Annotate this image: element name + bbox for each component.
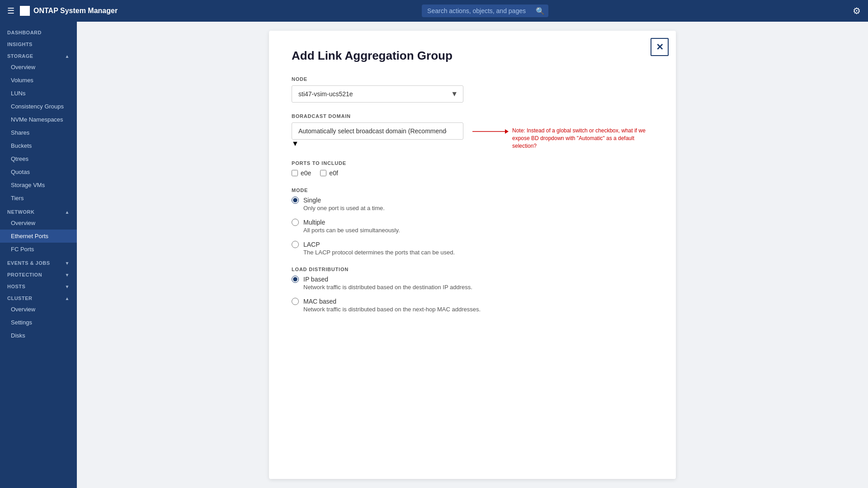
- bd-select-wrapper: Automatically select broadcast domain (R…: [292, 122, 463, 148]
- annotation-arrow: [472, 127, 509, 136]
- sidebar-protection-section[interactable]: PROTECTION ▼: [0, 267, 77, 279]
- mode-multiple-radio[interactable]: [292, 219, 299, 226]
- search-input[interactable]: [422, 5, 548, 17]
- node-section: NODE sti47-vsim-ucs521e ▼: [292, 76, 653, 103]
- sidebar-item-nvme-namespaces[interactable]: NVMe Namespaces: [0, 113, 77, 126]
- load-ip-based-item: IP based Network traffic is distributed …: [292, 276, 653, 291]
- logo-icon: [20, 6, 30, 16]
- node-select-wrapper: sti47-vsim-ucs521e ▼: [292, 85, 463, 103]
- node-select[interactable]: sti47-vsim-ucs521e: [292, 85, 463, 103]
- port-e0e-checkbox-item[interactable]: e0e: [292, 169, 311, 177]
- content-area: ✕ Add Link Aggregation Group NODE sti47-…: [77, 22, 868, 488]
- ports-section: PORTS TO INCLUDE e0e e0f: [292, 160, 653, 177]
- node-label: NODE: [292, 76, 653, 82]
- mode-single-desc: Only one port is used at a time.: [303, 205, 653, 211]
- broadcast-domain-section: BORADCAST DOMAIN Automatically select br…: [292, 113, 653, 150]
- mode-multiple-desc: All ports can be used simultaneously.: [303, 227, 653, 234]
- sidebar-network-section[interactable]: NETWORK ▲: [0, 205, 77, 216]
- load-ip-based-radio[interactable]: [292, 276, 299, 283]
- hamburger-menu-icon[interactable]: ☰: [7, 6, 14, 16]
- sidebar-item-tiers[interactable]: Tiers: [0, 192, 77, 205]
- user-icon[interactable]: ⚙: [853, 6, 861, 16]
- load-mac-based-desc: Network traffic is distributed based on …: [303, 306, 653, 313]
- mode-single-item: Single Only one port is used at a time.: [292, 197, 653, 211]
- cluster-chevron-icon: ▲: [65, 296, 70, 301]
- broadcast-domain-label: BORADCAST DOMAIN: [292, 113, 653, 119]
- protection-chevron-icon: ▼: [65, 272, 70, 277]
- mode-lacp-item: LACP The LACP protocol determines the po…: [292, 241, 653, 256]
- ports-label: PORTS TO INCLUDE: [292, 160, 653, 166]
- modal-panel: ✕ Add Link Aggregation Group NODE sti47-…: [269, 31, 676, 479]
- mode-multiple-label: Multiple: [303, 219, 325, 226]
- sidebar-item-settings[interactable]: Settings: [0, 316, 77, 329]
- bd-chevron-down-icon: ▼: [292, 140, 299, 147]
- sidebar-item-overview-cluster[interactable]: Overview: [0, 303, 77, 316]
- sidebar-hosts-section[interactable]: HOSTS ▼: [0, 279, 77, 291]
- load-ip-based-label: IP based: [303, 276, 328, 283]
- app-logo: ONTAP System Manager: [20, 6, 118, 16]
- app-name-label: ONTAP System Manager: [33, 7, 118, 15]
- sidebar-item-storage-vms[interactable]: Storage VMs: [0, 178, 77, 192]
- user-icon-area: ⚙: [853, 5, 861, 16]
- main-layout: DASHBOARD INSIGHTS STORAGE ▲ Overview Vo…: [0, 22, 868, 488]
- mode-lacp-radio[interactable]: [292, 241, 299, 248]
- hosts-chevron-icon: ▼: [65, 284, 70, 289]
- sidebar: DASHBOARD INSIGHTS STORAGE ▲ Overview Vo…: [0, 22, 77, 488]
- storage-chevron-icon: ▲: [65, 54, 70, 59]
- broadcast-domain-note: Note: Instead of a global switch or chec…: [512, 127, 648, 150]
- mode-label: MODE: [292, 188, 653, 193]
- sidebar-item-luns[interactable]: LUNs: [0, 87, 77, 100]
- top-navigation: ☰ ONTAP System Manager 🔍 ⚙: [0, 0, 868, 22]
- broadcast-domain-select[interactable]: Automatically select broadcast domain (R…: [292, 122, 463, 140]
- load-distribution-section: LOAD DISTRIBUTION IP based Network traff…: [292, 267, 653, 313]
- sidebar-storage-section[interactable]: STORAGE ▲: [0, 49, 77, 61]
- search-wrapper: 🔍: [422, 5, 548, 17]
- sidebar-item-quotas[interactable]: Quotas: [0, 165, 77, 178]
- network-chevron-icon: ▲: [65, 210, 70, 215]
- sidebar-item-disks[interactable]: Disks: [0, 329, 77, 342]
- mode-section: MODE Single Only one port is used at a t…: [292, 188, 653, 256]
- arrow-icon: [472, 127, 509, 136]
- close-button[interactable]: ✕: [651, 38, 669, 56]
- sidebar-item-fc-ports[interactable]: FC Ports: [0, 243, 77, 256]
- mode-single-radio[interactable]: [292, 197, 299, 204]
- sidebar-item-overview-network[interactable]: Overview: [0, 216, 77, 230]
- port-e0e-label: e0e: [301, 169, 311, 177]
- sidebar-item-consistency-groups[interactable]: Consistency Groups: [0, 100, 77, 113]
- sidebar-item-ethernet-ports[interactable]: Ethernet Ports: [0, 230, 77, 243]
- sidebar-item-volumes[interactable]: Volumes: [0, 74, 77, 87]
- port-e0f-checkbox[interactable]: [320, 170, 326, 176]
- search-icon[interactable]: 🔍: [536, 7, 545, 15]
- broadcast-domain-row: Automatically select broadcast domain (R…: [292, 122, 653, 150]
- sidebar-item-buckets[interactable]: Buckets: [0, 139, 77, 152]
- load-dist-label: LOAD DISTRIBUTION: [292, 267, 653, 272]
- mode-radio-group: Single Only one port is used at a time. …: [292, 197, 653, 256]
- broadcast-domain-note-area: Note: Instead of a global switch or chec…: [472, 122, 648, 150]
- mode-lacp-label: LACP: [303, 241, 320, 248]
- load-dist-radio-group: IP based Network traffic is distributed …: [292, 276, 653, 313]
- ports-row: e0e e0f: [292, 169, 653, 177]
- modal-title: Add Link Aggregation Group: [292, 49, 653, 63]
- sidebar-item-overview-storage[interactable]: Overview: [0, 61, 77, 74]
- port-e0f-checkbox-item[interactable]: e0f: [320, 169, 338, 177]
- mode-multiple-item: Multiple All ports can be used simultane…: [292, 219, 653, 234]
- sidebar-item-insights[interactable]: INSIGHTS: [0, 37, 77, 49]
- load-mac-based-radio[interactable]: [292, 298, 299, 305]
- events-chevron-icon: ▼: [65, 261, 70, 266]
- sidebar-item-qtrees[interactable]: Qtrees: [0, 152, 77, 165]
- port-e0e-checkbox[interactable]: [292, 170, 298, 176]
- load-ip-based-desc: Network traffic is distributed based on …: [303, 284, 653, 291]
- sidebar-item-dashboard[interactable]: DASHBOARD: [0, 25, 77, 37]
- mode-single-label: Single: [303, 197, 321, 204]
- mode-lacp-desc: The LACP protocol determines the ports t…: [303, 249, 653, 256]
- load-mac-based-item: MAC based Network traffic is distributed…: [292, 298, 653, 313]
- svg-marker-1: [505, 129, 509, 134]
- load-mac-based-label: MAC based: [303, 298, 336, 305]
- port-e0f-label: e0f: [329, 169, 338, 177]
- sidebar-events-section[interactable]: EVENTS & JOBS ▼: [0, 256, 77, 267]
- sidebar-cluster-section[interactable]: CLUSTER ▲: [0, 291, 77, 303]
- sidebar-item-shares[interactable]: Shares: [0, 126, 77, 139]
